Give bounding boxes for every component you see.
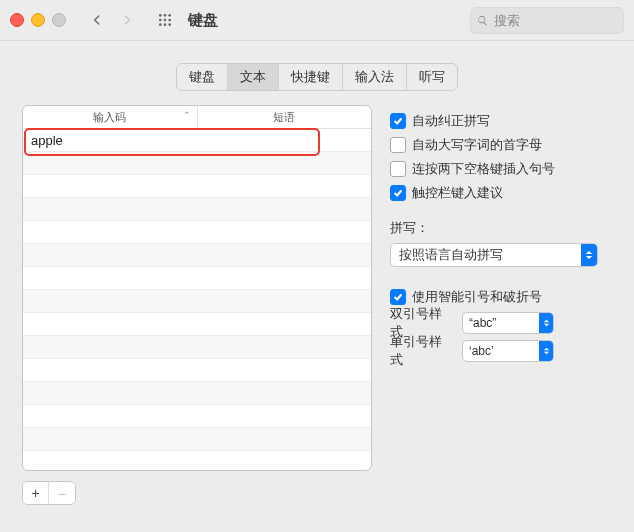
cell-replace	[23, 175, 197, 197]
tab-2[interactable]: 快捷键	[279, 64, 343, 90]
tab-3[interactable]: 输入法	[343, 64, 407, 90]
table-row[interactable]	[23, 382, 371, 405]
cell-replace	[23, 290, 197, 312]
cell-with	[197, 451, 371, 471]
cell-replace	[23, 267, 197, 289]
table-row[interactable]	[23, 405, 371, 428]
traffic-lights	[10, 13, 66, 27]
doublequote-select[interactable]: “abc”	[462, 312, 554, 334]
window-toolbar: 键盘	[0, 0, 634, 41]
svg-point-4	[164, 19, 167, 22]
table-row[interactable]	[23, 313, 371, 336]
table-row[interactable]	[23, 175, 371, 198]
stepper-icon	[581, 244, 597, 266]
table-header-replace[interactable]: 输入码 ⌃	[23, 106, 198, 128]
table-row[interactable]	[23, 244, 371, 267]
cell-with	[197, 313, 371, 335]
table-row[interactable]	[23, 451, 371, 471]
table-header-with[interactable]: 短语	[198, 106, 372, 128]
tab-segmented-control[interactable]: 键盘文本快捷键输入法听写	[176, 63, 458, 91]
option-touchbar[interactable]: 触控栏键入建议	[390, 181, 612, 205]
cell-with	[197, 359, 371, 381]
table-row[interactable]	[23, 267, 371, 290]
svg-point-2	[168, 14, 171, 17]
table-row[interactable]	[23, 152, 371, 175]
option-autocorrect[interactable]: 自动纠正拼写	[390, 109, 612, 133]
table-header-replace-label: 输入码	[93, 110, 126, 125]
cell-replace	[23, 451, 197, 471]
label-touchbar: 触控栏键入建议	[412, 184, 503, 202]
cell-with	[197, 221, 371, 243]
singlequote-label: 单引号样式	[390, 333, 454, 369]
cell-with	[197, 198, 371, 220]
svg-point-0	[159, 14, 162, 17]
checkbox-autocorrect[interactable]	[390, 113, 406, 129]
svg-point-5	[168, 19, 171, 22]
search-field[interactable]	[470, 7, 624, 34]
option-doublespace[interactable]: 连按两下空格键插入句号	[390, 157, 612, 181]
label-autocorrect: 自动纠正拼写	[412, 112, 490, 130]
add-remove-buttons: + –	[22, 481, 76, 505]
window-title: 键盘	[188, 11, 218, 30]
doublequote-select-value: “abc”	[463, 316, 539, 330]
cell-replace	[23, 359, 197, 381]
table-row[interactable]: apple	[23, 129, 371, 152]
option-capitalize[interactable]: 自动大写字词的首字母	[390, 133, 612, 157]
cell-replace	[23, 198, 197, 220]
table-row[interactable]	[23, 428, 371, 451]
minimize-window-button[interactable]	[31, 13, 45, 27]
label-capitalize: 自动大写字词的首字母	[412, 136, 542, 154]
cell-with	[197, 129, 371, 151]
cell-with	[197, 175, 371, 197]
cell-replace	[23, 382, 197, 404]
svg-point-3	[159, 19, 162, 22]
search-input[interactable]	[492, 12, 617, 29]
tab-bar: 键盘文本快捷键输入法听写	[0, 63, 634, 91]
table-row[interactable]	[23, 336, 371, 359]
cell-with	[197, 290, 371, 312]
spelling-label: 拼写：	[390, 219, 612, 237]
sort-indicator-icon: ⌃	[183, 110, 191, 120]
checkbox-doublespace[interactable]	[390, 161, 406, 177]
back-button[interactable]	[86, 9, 108, 31]
table-header-with-label: 短语	[273, 110, 295, 125]
svg-point-6	[159, 23, 162, 26]
svg-point-8	[168, 23, 171, 26]
table-row[interactable]	[23, 221, 371, 244]
cell-with	[197, 405, 371, 427]
close-window-button[interactable]	[10, 13, 24, 27]
cell-replace	[23, 244, 197, 266]
text-replacement-table[interactable]: 输入码 ⌃ 短语 apple	[22, 105, 372, 471]
singlequote-select[interactable]: ‘abc’	[462, 340, 554, 362]
cell-replace	[23, 336, 197, 358]
show-all-button[interactable]	[154, 9, 176, 31]
checkbox-capitalize[interactable]	[390, 137, 406, 153]
cell-with	[197, 382, 371, 404]
tab-1[interactable]: 文本	[228, 64, 279, 90]
spelling-select[interactable]: 按照语言自动拼写	[390, 243, 598, 267]
add-row-button[interactable]: +	[23, 482, 49, 504]
stepper-icon	[539, 341, 553, 361]
tab-4[interactable]: 听写	[407, 64, 457, 90]
table-row[interactable]	[23, 359, 371, 382]
cell-with	[197, 336, 371, 358]
maximize-window-button[interactable]	[52, 13, 66, 27]
tab-0[interactable]: 键盘	[177, 64, 228, 90]
label-smartquotes: 使用智能引号和破折号	[412, 288, 542, 306]
checkbox-touchbar[interactable]	[390, 185, 406, 201]
svg-point-7	[164, 23, 167, 26]
cell-with	[197, 428, 371, 450]
forward-button[interactable]	[116, 9, 138, 31]
cell-with	[197, 244, 371, 266]
remove-row-button[interactable]: –	[49, 482, 75, 504]
table-row[interactable]	[23, 198, 371, 221]
spelling-select-value: 按照语言自动拼写	[391, 246, 581, 264]
cell-replace: apple	[23, 129, 197, 151]
cell-replace	[23, 313, 197, 335]
cell-replace	[23, 405, 197, 427]
checkbox-smartquotes[interactable]	[390, 289, 406, 305]
table-row[interactable]	[23, 290, 371, 313]
search-icon	[477, 14, 488, 27]
stepper-icon	[539, 313, 553, 333]
singlequote-select-value: ‘abc’	[463, 344, 539, 358]
